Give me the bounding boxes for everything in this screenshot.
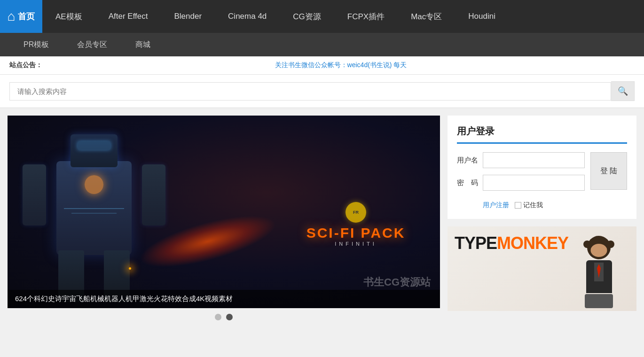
banner-image: FR SCI-FI PACK INFINITI 书生CG资源站 624个科幻史诗… (8, 116, 440, 308)
remember-me-label: 记住我 (523, 201, 543, 210)
home-label: 首页 (18, 11, 35, 22)
carousel-dots (8, 308, 440, 326)
search-input[interactable] (9, 82, 611, 101)
monkey-text: MONKEY (497, 233, 568, 253)
sidebar: 用户登录 用户名 密 码 登 陆 用户注册 (448, 116, 636, 326)
nav-item-mac-zone[interactable]: Mac专区 (398, 0, 455, 33)
scifi-logo-badge: FR (346, 202, 366, 223)
second-nav: PR模板 会员专区 商城 (0, 33, 644, 56)
register-link[interactable]: 用户注册 (483, 201, 509, 210)
announcement-text: 关注书生微信公众帐号：weic4d(书生说) 每天 (47, 61, 635, 70)
login-footer: 用户注册 记住我 (457, 201, 627, 210)
scifi-pack-text: FR SCI-FI PACK INFINITI (306, 202, 406, 247)
username-row: 用户名 (457, 152, 585, 168)
monkey-ear-left (583, 241, 591, 248)
monkey-figure (571, 236, 627, 311)
monkey-body (586, 260, 612, 293)
scifi-title: SCI-FI PACK (306, 225, 406, 241)
monkey-head (587, 236, 611, 259)
nav-item-cg-resources[interactable]: CG资源 (280, 0, 334, 33)
remember-checkbox[interactable] (515, 202, 521, 209)
typemonkey-banner[interactable]: TYPEMONKEY (448, 226, 636, 311)
scifi-subtitle: INFINITI (306, 241, 406, 247)
typemonkey-box: TYPEMONKEY (448, 226, 636, 311)
nav-item-ae-template[interactable]: AE模板 (42, 0, 95, 33)
robot-silhouette (8, 125, 183, 304)
banner-area: FR SCI-FI PACK INFINITI 书生CG资源站 624个科幻史诗… (8, 116, 440, 326)
announcement-label: 站点公告： (9, 61, 42, 70)
nav-item-pr-template[interactable]: PR模板 (9, 33, 63, 56)
nav-item-cinema4d[interactable]: Cinema 4d (215, 0, 280, 33)
login-title: 用户登录 (457, 125, 627, 144)
robot-scene: FR SCI-FI PACK INFINITI 书生CG资源站 (8, 116, 440, 308)
banner-watermark: 书生CG资源站 (363, 275, 431, 289)
monkey-ear-right (607, 241, 614, 248)
nav-items-list: AE模板 After Effect Blender Cinema 4d CG资源… (42, 0, 644, 33)
search-icon: 🔍 (618, 86, 628, 96)
login-button[interactable]: 登 陆 (590, 152, 627, 190)
nav-item-houdini[interactable]: Houdini (455, 0, 509, 33)
nav-item-member-zone[interactable]: 会员专区 (63, 33, 121, 56)
home-nav-item[interactable]: ⌂ 首页 (0, 0, 42, 33)
login-box: 用户登录 用户名 密 码 登 陆 用户注册 (448, 116, 636, 219)
banner-container: FR SCI-FI PACK INFINITI 书生CG资源站 624个科幻史诗… (8, 116, 440, 308)
carousel-dot-1[interactable] (215, 314, 221, 320)
monkey-typewriter (585, 294, 613, 308)
search-bar: 🔍 (0, 75, 644, 108)
login-inputs-area: 用户名 密 码 登 陆 (457, 152, 627, 197)
nav-item-shop[interactable]: 商城 (121, 33, 165, 56)
nav-item-after-effect[interactable]: After Effect (95, 0, 161, 33)
search-button[interactable]: 🔍 (611, 81, 635, 101)
username-label: 用户名 (457, 156, 483, 165)
password-label: 密 码 (457, 178, 483, 187)
typemonkey-text: TYPEMONKEY (455, 233, 568, 253)
nav-item-blender[interactable]: Blender (161, 0, 215, 33)
nav-item-fcpx-plugin[interactable]: FCPX插件 (334, 0, 398, 33)
carousel-dot-2[interactable] (226, 314, 233, 320)
password-row: 密 码 (457, 175, 585, 191)
username-input[interactable] (483, 152, 585, 168)
password-input[interactable] (483, 175, 585, 191)
sparks (129, 267, 131, 270)
remember-me: 记住我 (515, 201, 543, 210)
type-text: TYPE (455, 233, 497, 253)
monkey-face (591, 244, 607, 257)
home-icon: ⌂ (8, 10, 16, 23)
announcement-bar: 站点公告： 关注书生微信公众帐号：weic4d(书生说) 每天 (0, 56, 644, 75)
main-content: FR SCI-FI PACK INFINITI 书生CG资源站 624个科幻史诗… (0, 108, 644, 326)
banner-caption-text: 624个科幻史诗宇宙飞船机械机器人机甲激光火花特效合成4K视频素材 (15, 295, 233, 303)
banner-caption: 624个科幻史诗宇宙飞船机械机器人机甲激光火花特效合成4K视频素材 (8, 290, 440, 308)
login-fields: 用户名 密 码 (457, 152, 585, 197)
top-nav: ⌂ 首页 AE模板 After Effect Blender Cinema 4d… (0, 0, 644, 33)
